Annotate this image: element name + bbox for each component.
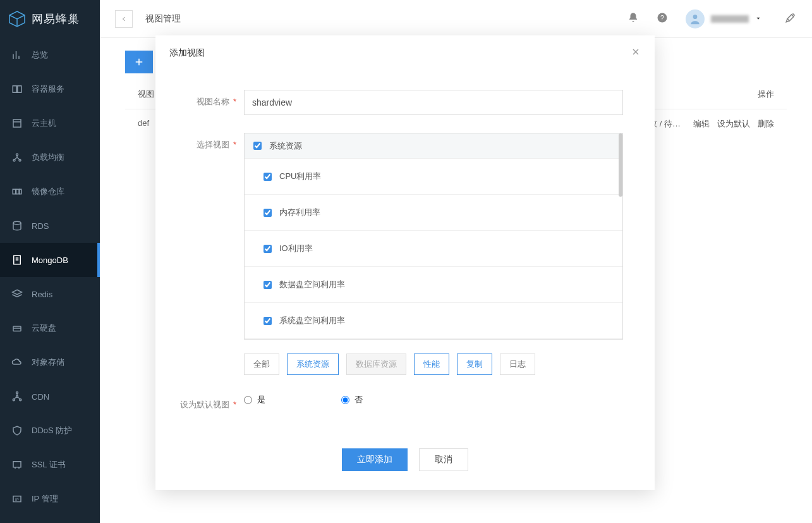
sidebar-item-image[interactable]: 镜像仓库 <box>0 175 100 209</box>
sidebar: 网易蜂巢 总览 容器服务 云主机 负载均衡 镜像仓库 RDS MongoDB R… <box>0 0 100 523</box>
checkbox-data-disk[interactable] <box>264 281 272 289</box>
svg-point-8 <box>19 159 21 161</box>
tree-item-io[interactable]: IO利用率 <box>245 231 622 267</box>
user-menu[interactable] <box>686 9 761 28</box>
svg-marker-29 <box>757 18 760 20</box>
checkbox-group-system[interactable] <box>253 142 262 150</box>
chevron-down-icon <box>755 14 761 23</box>
tree-group-system[interactable]: 系统资源 <box>245 133 622 159</box>
avatar-icon <box>686 9 705 28</box>
svg-rect-2 <box>13 86 16 93</box>
disk-icon <box>11 323 23 334</box>
tree-item-cpu[interactable]: CPU利用率 <box>245 159 622 195</box>
view-name-input[interactable] <box>244 90 623 115</box>
add-view-button[interactable] <box>125 51 153 73</box>
nav-label: CDN <box>32 392 49 402</box>
nav-label: 云主机 <box>32 118 56 129</box>
svg-point-28 <box>693 15 698 19</box>
svg-point-21 <box>20 399 21 401</box>
row-action-edit[interactable]: 编辑 <box>693 118 710 130</box>
tree-item-data-disk[interactable]: 数据盘空间利用率 <box>245 267 622 303</box>
sidebar-item-mongodb[interactable]: MongoDB <box>0 243 100 277</box>
modal-title: 添加视图 <box>169 47 205 59</box>
cancel-button[interactable]: 取消 <box>419 448 468 471</box>
sidebar-item-overview[interactable]: 总览 <box>0 38 100 72</box>
svg-rect-10 <box>16 189 20 194</box>
sidebar-item-ddos[interactable]: DDoS 防护 <box>0 414 100 448</box>
sidebar-item-redis[interactable]: Redis <box>0 277 100 311</box>
checkbox-io[interactable] <box>264 245 272 253</box>
database-icon <box>11 220 23 231</box>
network-icon <box>11 391 23 402</box>
svg-rect-3 <box>18 86 21 93</box>
sidebar-item-cdn[interactable]: CDN <box>0 379 100 414</box>
sidebar-item-disk[interactable]: 云硬盘 <box>0 311 100 345</box>
nav-label: DDoS 防护 <box>32 425 72 436</box>
image-repo-icon <box>11 186 23 197</box>
sidebar-item-ip[interactable]: IPIP 管理 <box>0 482 100 516</box>
chart-bar-icon <box>11 49 23 61</box>
checkbox-sys-disk[interactable] <box>264 317 272 325</box>
tree-item-label: 内存利用率 <box>279 207 320 218</box>
svg-text:IP: IP <box>15 498 19 501</box>
filter-log[interactable]: 日志 <box>500 354 535 375</box>
row-action-delete[interactable]: 删除 <box>758 118 774 130</box>
tools-icon[interactable] <box>784 11 797 26</box>
help-icon[interactable]: ? <box>657 12 668 25</box>
add-view-modal: 添加视图 视图名称 * 选择视图 * 系统资源 <box>155 35 655 490</box>
sidebar-item-rds[interactable]: RDS <box>0 209 100 243</box>
sidebar-item-ssl[interactable]: SSL 证书 <box>0 448 100 482</box>
container-icon <box>11 83 23 95</box>
vm-icon <box>11 118 23 129</box>
brand-logo[interactable]: 网易蜂巢 <box>0 0 100 38</box>
brand-icon <box>8 9 27 28</box>
row-action-set-default[interactable]: 设为默认 <box>717 118 750 130</box>
certificate-icon <box>11 459 23 471</box>
radio-no-input[interactable] <box>341 396 349 404</box>
modal-header: 添加视图 <box>155 35 655 71</box>
label-select-view: 选择视图 * <box>187 133 244 151</box>
page-title: 视图管理 <box>145 13 181 25</box>
filter-system[interactable]: 系统资源 <box>287 354 339 375</box>
svg-text:?: ? <box>660 14 664 22</box>
checkbox-cpu[interactable] <box>264 173 272 181</box>
tree-item-label: 数据盘空间利用率 <box>279 279 345 290</box>
nav-label: 容器服务 <box>32 83 64 95</box>
bell-icon[interactable] <box>627 12 639 25</box>
svg-point-22 <box>16 392 18 394</box>
tree-item-sys-disk[interactable]: 系统盘空间利用率 <box>245 303 622 339</box>
label-set-default: 设为默认视图 * <box>168 393 244 410</box>
checkbox-mem[interactable] <box>264 209 272 217</box>
sidebar-item-lb[interactable]: 负载均衡 <box>0 140 100 175</box>
svg-rect-4 <box>13 120 21 127</box>
shield-icon <box>11 425 23 436</box>
radio-no[interactable]: 否 <box>341 394 363 405</box>
submit-button[interactable]: 立即添加 <box>342 448 408 471</box>
filter-all[interactable]: 全部 <box>244 354 279 375</box>
close-icon[interactable] <box>631 47 641 60</box>
filter-replication[interactable]: 复制 <box>457 354 492 375</box>
svg-marker-16 <box>13 290 22 295</box>
filter-database[interactable]: 数据库资源 <box>346 354 406 375</box>
svg-rect-11 <box>20 189 21 194</box>
filter-perf[interactable]: 性能 <box>414 354 449 375</box>
document-icon <box>11 254 23 266</box>
sidebar-item-storage[interactable]: 对象存储 <box>0 345 100 379</box>
radio-yes[interactable]: 是 <box>244 394 265 405</box>
back-button[interactable] <box>115 10 133 28</box>
tree-item-label: 系统盘空间利用率 <box>279 315 345 326</box>
svg-point-6 <box>16 154 18 156</box>
radio-yes-input[interactable] <box>244 396 252 404</box>
nav-label: Redis <box>32 290 52 299</box>
tree-item-mem[interactable]: 内存利用率 <box>245 195 622 231</box>
sidebar-item-container[interactable]: 容器服务 <box>0 72 100 106</box>
tree-item-label: CPU利用率 <box>279 171 321 182</box>
sidebar-item-vm[interactable]: 云主机 <box>0 106 100 140</box>
nav-label: 总览 <box>32 49 48 61</box>
th-ops: 操作 <box>758 89 787 100</box>
tree-scrollbar[interactable] <box>619 133 622 197</box>
tree-item-label: IO利用率 <box>279 243 313 254</box>
row-set-default: 设为默认视图 * 是 否 <box>187 393 623 410</box>
nav-label: IP 管理 <box>32 493 58 505</box>
svg-point-7 <box>13 159 15 161</box>
